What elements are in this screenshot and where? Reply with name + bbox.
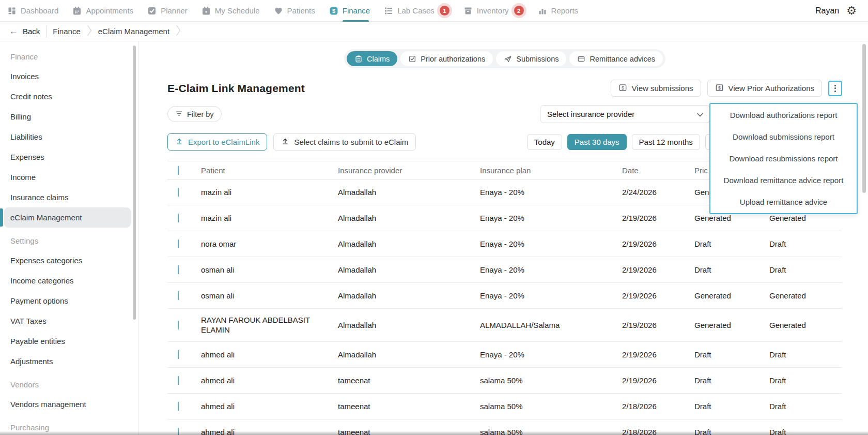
row-checkbox[interactable]: [178, 188, 179, 197]
patient-cell: osman ali: [201, 291, 338, 300]
sidebar-item-vendors-management[interactable]: Vendors management: [4, 394, 131, 414]
nav-item-appointments[interactable]: Appointments: [72, 0, 133, 22]
dollar-square-icon: $: [715, 83, 724, 94]
svg-text:$: $: [332, 8, 335, 14]
lab-cases-badge: 1: [440, 6, 450, 16]
sidebar-scrollbar[interactable]: [133, 46, 136, 320]
table-row[interactable]: osman ali Almadallah Enaya - 20% 2/19/20…: [167, 283, 842, 309]
svg-text:$: $: [622, 85, 624, 90]
date-cell: 2/24/2026: [622, 188, 694, 197]
page-scrollbar[interactable]: [862, 44, 866, 193]
menu-item-download-resubmissions-report[interactable]: Download resubmissions report: [710, 147, 857, 169]
status-cell: Draft: [769, 239, 842, 248]
back-button[interactable]: ← Back: [9, 26, 40, 37]
nav-item-finance[interactable]: $ Finance: [329, 0, 370, 22]
select-claims-to-submit-button[interactable]: Select claims to submit to eClaim: [273, 133, 416, 151]
date-cell: 2/19/2026: [622, 265, 694, 274]
sidebar-item-billing[interactable]: Billing: [4, 107, 131, 127]
chevron-right-icon: [87, 23, 92, 40]
sidebar-item-eclaim-management[interactable]: eClaim Management: [4, 207, 131, 228]
nav-item-inventory[interactable]: Inventory 2: [463, 0, 524, 22]
plan-cell: Enaya - 20%: [480, 188, 622, 197]
provider-cell: Almadallah: [338, 214, 480, 222]
row-checkbox[interactable]: [178, 402, 179, 411]
patient-cell: mazin ali: [201, 214, 338, 222]
sidebar-item-insurance-claims[interactable]: Insurance claims: [4, 187, 131, 207]
date-cell: 2/19/2026: [622, 350, 694, 359]
table-row[interactable]: ahmed ali tameenat salama 50% 2/18/2026 …: [167, 394, 842, 419]
provider-cell: Almadallah: [338, 265, 480, 274]
column-header-insurance-plan: Insurance plan: [480, 166, 622, 175]
patient-cell: ahmed ali: [201, 402, 338, 411]
sidebar-item-payable-entities[interactable]: Payable entities: [4, 331, 131, 351]
nav-item-planner[interactable]: Planner: [147, 0, 188, 22]
row-checkbox[interactable]: [178, 214, 179, 222]
table-row[interactable]: osman ali Almadallah Enaya - 20% 2/19/20…: [167, 257, 842, 283]
column-header-insurance-provider: Insurance provider: [338, 166, 480, 175]
nav-item-patients[interactable]: Patients: [274, 0, 315, 22]
provider-cell: Almadallah: [338, 350, 480, 359]
row-checkbox[interactable]: [178, 376, 179, 385]
upload-icon: [175, 137, 183, 147]
row-checkbox[interactable]: [178, 350, 179, 359]
tab-prior-authorizations[interactable]: Prior authorizations: [400, 51, 493, 66]
checked-box-icon: [408, 55, 416, 63]
user-name[interactable]: Rayan: [815, 6, 839, 16]
provider-cell: Almadallah: [338, 188, 480, 197]
sidebar-item-liabilities[interactable]: Liabilities: [4, 127, 131, 147]
tab-submissions[interactable]: Submissions: [496, 51, 566, 66]
status-cell: Generated: [694, 291, 769, 300]
menu-item-download-submissions-report[interactable]: Download submissions report: [710, 126, 857, 147]
sidebar-item-income-categories[interactable]: Income categories: [4, 271, 131, 291]
gear-icon[interactable]: ⚙: [846, 5, 857, 17]
status-cell: Draft: [769, 265, 842, 274]
sidebar-item-payment-options[interactable]: Payment options: [4, 291, 131, 311]
table-row[interactable]: ahmed ali Almadallah Enaya - 20% 2/19/20…: [167, 342, 842, 368]
table-row[interactable]: RAYAN FAROUK ABDELBASIT ELAMIN Almadalla…: [167, 309, 842, 342]
more-options-menu: Download authorizations report Download …: [709, 103, 858, 214]
nav-item-my-schedule[interactable]: My Schedule: [202, 0, 260, 22]
eclaim-content: Claims Prior authorizations Submissions …: [138, 41, 868, 435]
sidebar-item-expenses[interactable]: Expenses: [4, 147, 131, 167]
provider-cell: Almadallah: [338, 321, 480, 329]
export-to-eclaimlink-button[interactable]: Export to eClaimLink: [167, 133, 267, 151]
row-checkbox[interactable]: [178, 239, 179, 248]
row-checkbox[interactable]: [178, 291, 179, 300]
date-cell: 2/19/2026: [622, 321, 694, 329]
sidebar-item-vat-taxes[interactable]: VAT Taxes: [4, 311, 131, 331]
view-submissions-button[interactable]: $ View submissions: [611, 80, 701, 97]
date-filter-today[interactable]: Today: [527, 134, 562, 150]
select-all-checkbox[interactable]: [178, 166, 179, 175]
sidebar-item-expenses-categories[interactable]: Expenses categories: [4, 250, 131, 271]
dollar-square-icon: $: [618, 83, 627, 94]
status-cell: Generated: [694, 321, 769, 329]
sidebar-item-adjustments[interactable]: Adjustments: [4, 351, 131, 371]
plan-cell: ALMADALLAH/Salama: [480, 321, 622, 329]
date-cell: 2/19/2026: [622, 291, 694, 300]
tab-claims[interactable]: Claims: [347, 51, 397, 66]
nav-item-reports[interactable]: Reports: [538, 0, 579, 22]
insurance-provider-select[interactable]: Select insurance provider: [540, 105, 710, 123]
more-options-button[interactable]: [828, 81, 842, 96]
menu-item-download-authorizations-report[interactable]: Download authorizations report: [710, 104, 857, 126]
appointments-icon: [72, 6, 82, 16]
filter-by-button[interactable]: Filter by: [167, 106, 222, 122]
tab-remittance-advices[interactable]: Remittance advices: [569, 51, 663, 66]
menu-item-download-remittance-advice-report[interactable]: Download remittance advice report: [710, 170, 857, 191]
date-filter-past-30-days[interactable]: Past 30 days: [567, 134, 627, 150]
breadcrumb-finance[interactable]: Finance: [53, 27, 80, 36]
sidebar-item-invoices[interactable]: Invoices: [4, 66, 131, 86]
date-filter-past-12-months[interactable]: Past 12 months: [632, 134, 700, 150]
sidebar-item-credit-notes[interactable]: Credit notes: [4, 86, 131, 107]
view-prior-authorizations-button[interactable]: $ View Prior Authorizations: [707, 80, 822, 97]
row-checkbox[interactable]: [178, 321, 179, 329]
top-nav: Dashboard Appointments Planner My Schedu…: [0, 0, 868, 22]
column-header-date: Date: [622, 166, 694, 175]
nav-item-lab-cases[interactable]: Lab Cases 1: [384, 0, 450, 22]
row-checkbox[interactable]: [178, 265, 179, 274]
nav-item-dashboard[interactable]: Dashboard: [7, 0, 58, 22]
table-row[interactable]: nora omar Almadallah Enaya - 20% 2/19/20…: [167, 231, 842, 257]
menu-item-upload-remittance-advice[interactable]: Upload remittance advice: [710, 191, 857, 213]
table-row[interactable]: ahmed ali tameenat salama 50% 2/19/2026 …: [167, 368, 842, 394]
sidebar-item-income[interactable]: Income: [4, 167, 131, 187]
